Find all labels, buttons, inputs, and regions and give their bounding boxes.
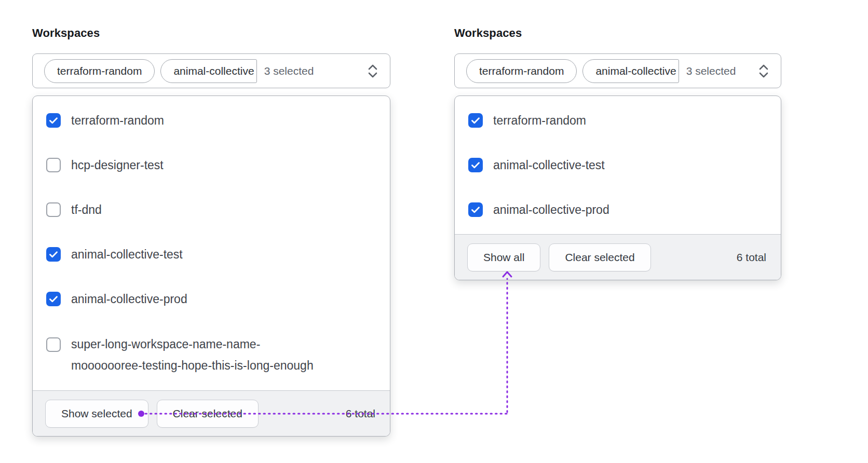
selected-tag-truncated: animal-collective [582,59,679,83]
total-count: 6 total [346,407,375,420]
option-row[interactable]: tf-dnd [46,187,376,232]
field-label: Workspaces [454,26,781,40]
listbox-footer: Show all Clear selected 6 total [455,234,781,280]
selection-count: 3 selected [686,65,736,77]
option-row[interactable]: animal-collective-prod [46,277,376,321]
workspaces-combobox[interactable]: terraform-random animal-collective 3 sel… [32,53,390,88]
option-row[interactable]: animal-collective-test [468,143,767,187]
option-label: animal-collective-test [71,244,183,265]
chevron-up-down-icon [366,63,379,79]
option-label: animal-collective-prod [493,199,609,221]
workspaces-multiselect-expanded: Workspaces terraform-random animal-colle… [32,26,390,437]
options-list: terraform-randomhcp-designer-testtf-dnda… [33,98,390,390]
option-label: terraform-random [71,110,164,131]
option-row[interactable]: hcp-designer-test [46,143,376,187]
workspaces-multiselect-filtered: Workspaces terraform-random animal-colle… [454,26,781,280]
option-row[interactable]: animal-collective-test [46,232,376,277]
option-row[interactable]: terraform-random [468,98,767,143]
option-label: animal-collective-prod [71,289,187,310]
clear-selected-button[interactable]: Clear selected [157,400,259,428]
show-selected-button[interactable]: Show selected [45,400,148,428]
checkbox-checked-icon[interactable] [468,113,483,128]
checkbox-unchecked-icon[interactable] [46,337,61,352]
options-list: terraform-randomanimal-collective-testan… [455,98,781,234]
selected-tag: terraform-random [44,59,155,83]
workspaces-combobox[interactable]: terraform-random animal-collective 3 sel… [454,53,781,88]
field-label: Workspaces [32,26,390,40]
clear-selected-button[interactable]: Clear selected [549,243,650,271]
selection-count: 3 selected [264,65,314,77]
chevron-up-down-icon [757,63,770,79]
workspaces-listbox: terraform-randomhcp-designer-testtf-dnda… [32,96,390,437]
selected-tag: terraform-random [466,59,577,83]
option-label: terraform-random [493,110,586,131]
option-row[interactable]: super-long-workspace-name-name-moooooore… [46,321,376,390]
checkbox-checked-icon[interactable] [468,158,483,172]
checkbox-unchecked-icon[interactable] [46,158,61,172]
option-label: hcp-designer-test [71,155,164,176]
checkbox-checked-icon[interactable] [46,292,61,306]
listbox-footer: Show selected Clear selected 6 total [33,390,390,436]
workspaces-listbox: terraform-randomanimal-collective-testan… [454,96,781,280]
show-all-button[interactable]: Show all [467,243,540,271]
total-count: 6 total [737,251,766,264]
option-row[interactable]: terraform-random [46,98,376,143]
option-label: animal-collective-test [493,155,605,176]
option-row[interactable]: animal-collective-prod [468,187,767,232]
checkbox-checked-icon[interactable] [468,202,483,217]
selected-tag-truncated: animal-collective [160,59,256,83]
checkbox-unchecked-icon[interactable] [46,202,61,217]
option-label: super-long-workspace-name-name-moooooore… [71,334,314,376]
checkbox-checked-icon[interactable] [46,113,61,128]
checkbox-checked-icon[interactable] [46,247,61,262]
option-label: tf-dnd [71,199,102,221]
